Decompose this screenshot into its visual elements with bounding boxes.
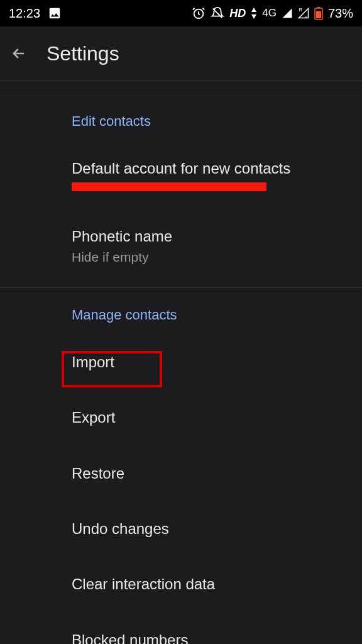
section-edit-contacts: Edit contacts Default account for new co… (0, 94, 362, 287)
section-manage-contacts: Manage contacts Import Export Restore Un… (0, 288, 362, 644)
import-item[interactable]: Import (0, 341, 362, 384)
default-account-label: Default account for new contacts (72, 158, 362, 179)
phonetic-label: Phonetic name (72, 226, 362, 247)
section-header-edit: Edit contacts (0, 113, 362, 147)
battery-icon (314, 6, 323, 20)
default-account-item[interactable]: Default account for new contacts (0, 147, 362, 203)
network-indicator: 4G (262, 7, 277, 19)
export-item[interactable]: Export (0, 396, 362, 439)
blocked-numbers-item[interactable]: Blocked numbers (0, 619, 362, 644)
svg-rect-5 (316, 11, 321, 18)
phonetic-sub: Hide if empty (72, 250, 362, 265)
back-button[interactable] (10, 45, 28, 62)
signal-full-icon (282, 8, 293, 19)
svg-text:R: R (299, 8, 302, 13)
dnd-icon (211, 6, 224, 20)
undo-label: Undo changes (72, 519, 362, 539)
hd-indicator: HD (229, 7, 246, 20)
svg-text:×: × (304, 14, 307, 19)
restore-item[interactable]: Restore (0, 452, 362, 495)
signal-roaming-icon: R× (298, 8, 309, 19)
data-arrows-icon (251, 8, 257, 19)
alarm-icon (192, 6, 206, 20)
page-title: Settings (47, 42, 119, 65)
import-label: Import (72, 352, 362, 372)
app-bar: Settings (0, 26, 362, 80)
redacted-email (72, 182, 266, 191)
battery-percent: 73% (328, 6, 353, 21)
phonetic-name-item[interactable]: Phonetic name Hide if empty (0, 215, 362, 275)
image-icon (48, 6, 62, 20)
export-label: Export (72, 408, 362, 428)
blocked-label: Blocked numbers (72, 630, 362, 644)
status-time: 12:23 (9, 6, 40, 21)
svg-rect-4 (317, 7, 320, 8)
section-header-manage: Manage contacts (0, 307, 362, 341)
status-bar: 12:23 HD 4G R× 73% (0, 0, 362, 26)
restore-label: Restore (72, 464, 362, 484)
undo-changes-item[interactable]: Undo changes (0, 508, 362, 550)
clear-interaction-item[interactable]: Clear interaction data (0, 563, 362, 606)
clear-label: Clear interaction data (72, 574, 362, 594)
